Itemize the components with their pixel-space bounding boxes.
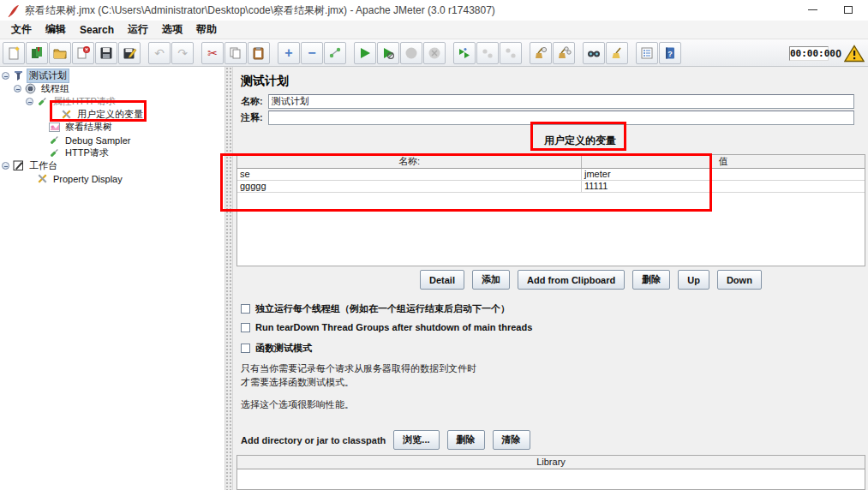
menu-options[interactable]: 选项 — [156, 21, 189, 39]
tree-node-view-results-tree[interactable]: 察看结果树 — [38, 121, 114, 134]
down-button[interactable]: Down — [717, 270, 762, 290]
up-button[interactable]: Up — [678, 270, 709, 290]
tree-expander[interactable] — [26, 98, 33, 105]
menu-file[interactable]: 文件 — [5, 21, 38, 39]
shutdown-button[interactable] — [423, 42, 446, 64]
test-plan-panel: 测试计划 名称: 注释: 用户定义的变量 名称: 值 se jmeter ggg… — [233, 67, 868, 490]
comment-input[interactable] — [268, 111, 854, 125]
menu-bar: 文件 编辑 Search 运行 选项 帮助 — [0, 21, 868, 39]
clear-button[interactable] — [530, 42, 552, 64]
jmeter-feather-icon — [7, 4, 20, 17]
checkbox[interactable] — [241, 304, 250, 314]
help-icon: ? — [662, 45, 678, 61]
add-row-button[interactable]: 添加 — [472, 270, 510, 290]
classpath-delete-button[interactable]: 删除 — [447, 430, 485, 450]
start-no-timers-icon — [380, 45, 396, 61]
toolbar: ↶ ↷ ✂ + − ? 00:00:00 0 — [0, 39, 868, 67]
sampler-icon — [49, 134, 60, 146]
tree-node-workbench[interactable]: 工作台 — [2, 159, 59, 172]
tree-node-config-http-request[interactable]: 属性HTTP请求 — [26, 95, 117, 108]
search-binoculars-icon — [586, 45, 602, 61]
checkbox[interactable] — [241, 344, 250, 353]
classpath-label: Add directory or jar to classpath — [241, 435, 386, 445]
close-file-button[interactable] — [72, 42, 94, 64]
stop-icon — [404, 45, 419, 61]
start-button[interactable] — [354, 42, 376, 64]
workbench-icon — [13, 160, 24, 171]
tree-node-debug-sampler[interactable]: Debug Sampler — [38, 134, 132, 146]
add-button[interactable]: + — [278, 42, 300, 64]
save-as-button[interactable] — [118, 42, 141, 64]
classpath-clear-button[interactable]: 清除 — [493, 430, 530, 450]
column-header-name[interactable]: 名称: — [237, 155, 582, 168]
warning-icon[interactable] — [844, 45, 865, 63]
remote-shutdown-all-button[interactable] — [500, 42, 522, 64]
comment-field-row: 注释: — [241, 111, 854, 125]
name-input[interactable] — [268, 94, 854, 109]
library-table[interactable]: Library — [236, 455, 865, 490]
sampler-icon — [49, 147, 60, 158]
menu-search[interactable]: Search — [74, 22, 120, 38]
delete-row-button[interactable]: 删除 — [632, 270, 670, 290]
tree-expander[interactable] — [2, 72, 9, 80]
split-pane-divider[interactable] — [224, 67, 233, 490]
clear-all-button[interactable] — [553, 42, 575, 64]
tree-node-test-plan[interactable]: 测试计划 — [2, 69, 69, 82]
browse-button[interactable]: 浏览... — [393, 430, 439, 450]
redo-button[interactable]: ↷ — [171, 42, 194, 64]
serialize-threadgroups-option[interactable]: 独立运行每个线程组（例如在一个组运行结束后启动下一个） — [241, 302, 510, 315]
table-buttons-row: Detail 添加 Add from Clipboard 删除 Up Down — [420, 270, 762, 290]
tree-node-user-defined-variables[interactable]: 用户定义的变量 — [50, 108, 145, 121]
search-reset-broom-icon — [609, 45, 625, 61]
cut-icon: ✂ — [207, 47, 218, 59]
copy-button[interactable] — [224, 42, 247, 64]
undo-button[interactable]: ↶ — [148, 42, 171, 64]
functional-mode-option[interactable]: 函数测试模式 — [241, 342, 312, 355]
start-no-timers-button[interactable] — [377, 42, 399, 64]
variables-table[interactable]: 名称: 值 se jmeter ggggg 11111 — [236, 154, 865, 266]
tree-expander[interactable] — [14, 85, 21, 93]
save-button[interactable] — [95, 42, 117, 64]
functional-mode-description: 只有当你需要记录每个请求从服务器取得的数据到文件时 才需要选择函数测试模式。 选… — [241, 362, 476, 411]
teardown-option[interactable]: Run tearDown Thread Groups after shutdow… — [241, 322, 532, 332]
tree-node-property-display[interactable]: Property Display — [26, 172, 124, 185]
remove-button[interactable]: − — [301, 42, 323, 64]
table-row[interactable]: se jmeter — [237, 169, 865, 181]
menu-run[interactable]: 运行 — [122, 21, 154, 39]
start-icon — [357, 45, 373, 61]
table-row[interactable]: ggggg 11111 — [237, 181, 865, 193]
templates-button[interactable] — [26, 42, 48, 64]
toggle-icon — [327, 45, 343, 61]
checkbox[interactable] — [241, 323, 250, 332]
menu-help[interactable]: 帮助 — [190, 21, 223, 39]
stop-button[interactable] — [400, 42, 422, 64]
remote-stop-all-button[interactable] — [476, 42, 499, 64]
search-button[interactable] — [583, 42, 605, 64]
add-from-clipboard-button[interactable]: Add from Clipboard — [518, 270, 625, 290]
tree-expander[interactable] — [2, 162, 9, 170]
panel-title: 测试计划 — [241, 74, 289, 89]
toggle-button[interactable] — [324, 42, 346, 64]
maximize-button[interactable] — [834, 0, 863, 19]
remove-icon: − — [308, 46, 315, 60]
remote-start-all-icon — [457, 45, 472, 61]
library-header: Library — [237, 456, 865, 469]
test-plan-icon — [13, 70, 24, 81]
paste-button[interactable] — [248, 42, 270, 64]
column-header-value[interactable]: 值 — [582, 155, 865, 168]
menu-edit[interactable]: 编辑 — [39, 21, 72, 39]
table-header-row: 名称: 值 — [237, 155, 865, 169]
new-file-button[interactable] — [3, 42, 25, 64]
remote-start-all-button[interactable] — [453, 42, 476, 64]
wrench-icon — [37, 173, 48, 184]
minimize-button[interactable] — [798, 0, 827, 19]
tree-node-http-request[interactable]: HTTP请求 — [38, 146, 111, 159]
search-reset-button[interactable] — [606, 42, 628, 64]
tree-node-thread-group[interactable]: 线程组 — [14, 82, 71, 95]
clear-icon — [533, 45, 548, 61]
function-helper-button[interactable] — [636, 42, 658, 64]
help-button[interactable]: ? — [659, 42, 681, 64]
open-file-button[interactable] — [49, 42, 71, 64]
detail-button[interactable]: Detail — [420, 270, 464, 290]
cut-button[interactable]: ✂ — [201, 42, 224, 64]
